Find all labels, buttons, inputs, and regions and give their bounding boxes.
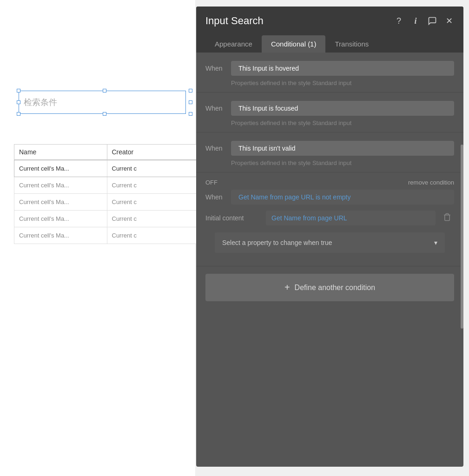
panel-header-icons: ? i ✕ [394,16,454,34]
initial-content-value[interactable]: Get Name from page URL [266,211,436,225]
condition-row: When This Input isn't valid [205,141,454,156]
table-area: Name Creator Current cell's Ma... Curren… [14,144,200,244]
table-header-creator: Creator [107,145,200,159]
table-cell-creator: Current c [107,194,200,210]
handle-tl[interactable] [17,89,20,93]
panel-title: Input Search [205,15,264,35]
custom-condition-block: OFF remove condition When Get Name from … [196,172,463,266]
condition-pill-invalid[interactable]: This Input isn't valid [231,141,454,156]
table-cell-name: Current cell's Ma... [14,227,107,244]
delete-icon[interactable] [440,210,454,226]
tab-appearance[interactable]: Appearance [205,35,262,53]
search-input-placeholder: 检索条件 [24,97,57,108]
table-cell-creator: Current c [107,211,200,227]
plus-icon: + [284,282,290,293]
tab-conditional[interactable]: Conditional (1) [262,35,326,53]
panel-body: When This Input is hovered Properties de… [196,53,463,301]
info-icon[interactable]: i [410,16,421,26]
when-label: When [205,193,226,201]
when-label: When [205,105,226,112]
table-row: Current cell's Ma... Current c [14,227,200,244]
properties-text-hovered: Properties defined in the style Standard… [205,79,454,86]
tab-transitions[interactable]: Transitions [325,35,378,53]
handle-tr[interactable] [189,89,192,93]
define-condition-button[interactable]: + Define another condition [205,274,454,301]
remove-condition-link[interactable]: remove condition [408,179,454,186]
handle-bm[interactable] [103,112,106,116]
handle-bl[interactable] [17,112,20,116]
select-placeholder: Select a property to change when true [222,239,332,246]
table-row: Current cell's Ma... Current c [14,211,200,227]
table-cell-name: Current cell's Ma... [14,194,107,210]
table-cell-creator: Current c [107,227,200,244]
table-row: Current cell's Ma... Current c [14,194,200,211]
table-header-name: Name [14,145,107,159]
table-cell-creator: Current c [107,177,200,193]
chat-icon[interactable] [427,16,437,26]
scrollbar-thumb[interactable] [461,145,463,329]
handle-tm[interactable] [103,89,106,93]
condition-pill-hovered[interactable]: This Input is hovered [231,61,454,76]
initial-content-label: Initial content [205,214,261,222]
tabs: Appearance Conditional (1) Transitions [196,35,463,53]
chevron-down-icon: ▾ [434,239,437,246]
help-icon[interactable]: ? [394,16,404,26]
handle-br[interactable] [189,112,192,116]
properties-text-invalid: Properties defined in the style Standard… [205,159,454,166]
condition-invalid: When This Input isn't valid Properties d… [196,132,463,172]
scrollbar-track [461,7,463,467]
panel-header: Input Search ? i ✕ [196,7,463,35]
initial-content-row: Initial content Get Name from page URL [205,210,454,226]
table-row: Current cell's Ma... Current c [14,160,200,177]
condition-pill-focused[interactable]: This Input is focused [231,101,454,116]
define-condition-label: Define another condition [295,284,375,292]
table-cell-name: Current cell's Ma... [14,160,107,177]
close-icon[interactable]: ✕ [444,16,454,26]
properties-text-focused: Properties defined in the style Standard… [205,119,454,126]
table-cell-name: Current cell's Ma... [14,211,107,227]
table-cell-name: Current cell's Ma... [14,177,107,193]
when-label: When [205,65,226,72]
search-input-box: 检索条件 [19,91,186,114]
condition-row: When This Input is hovered [205,61,454,76]
off-label: OFF [205,179,218,186]
condition-focused: When This Input is focused Properties de… [196,93,463,132]
table-row: Current cell's Ma... Current c [14,177,200,194]
select-property-dropdown[interactable]: Select a property to change when true ▾ [215,232,445,253]
when-label: When [205,145,226,152]
handle-ml[interactable] [17,100,20,104]
table-header: Name Creator [14,144,200,160]
panel: Input Search ? i ✕ Appearance Conditiona… [196,7,463,467]
condition-row: When This Input is focused [205,101,454,116]
condition-hovered: When This Input is hovered Properties de… [196,53,463,93]
condition-row: When Get Name from page URL is not empty [205,190,454,205]
condition-meta-row: OFF remove condition [205,179,454,186]
condition-pill-custom[interactable]: Get Name from page URL is not empty [231,190,454,205]
search-input-element: 检索条件 [14,86,195,119]
table-cell-creator: Current c [107,160,200,177]
handle-mr[interactable] [189,100,192,104]
